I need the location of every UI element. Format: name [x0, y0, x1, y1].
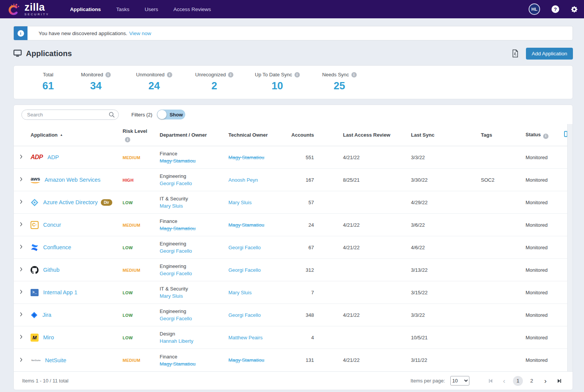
- column-header-status[interactable]: Status: [526, 132, 541, 137]
- zilla-brand[interactable]: zilla SECURITY: [7, 2, 49, 16]
- department-label: Finance: [160, 151, 223, 156]
- status-value: Monitored: [523, 354, 561, 366]
- application-name-link[interactable]: Github: [43, 267, 60, 273]
- filters-show-toggle[interactable]: Show: [157, 110, 185, 119]
- last-sync-value: 3/6/22: [409, 219, 478, 231]
- column-header-last-access-review[interactable]: Last Access Review: [343, 132, 390, 138]
- items-range-text: Items 1 - 10 / 11 total: [22, 378, 68, 384]
- pagination-next-button[interactable]: ›: [540, 376, 550, 386]
- row-expand-chevron-icon[interactable]: [18, 334, 24, 340]
- row-expand-chevron-icon[interactable]: [18, 244, 24, 250]
- risk-level-label: MEDIUM: [123, 155, 140, 160]
- technical-owner-link[interactable]: Matthew Peairs: [228, 335, 263, 340]
- column-header-application[interactable]: Application: [31, 131, 58, 139]
- row-expand-chevron-icon[interactable]: [18, 176, 24, 182]
- application-name-link[interactable]: Concur: [43, 222, 61, 228]
- department-owner-link[interactable]: Magy Stamatiou: [160, 361, 196, 367]
- application-name-link[interactable]: Amazon Web Services: [45, 177, 100, 183]
- technical-owner-link[interactable]: Magy Stamatiou: [228, 222, 264, 228]
- application-name-link[interactable]: ADP: [47, 154, 59, 160]
- tags-value: [478, 199, 523, 206]
- stat-total-label: Total: [43, 72, 53, 77]
- row-expand-chevron-icon[interactable]: [18, 357, 24, 363]
- nav-item-access-reviews[interactable]: Access Reviews: [173, 6, 211, 12]
- items-per-page-select[interactable]: 10: [450, 376, 469, 386]
- row-expand-chevron-icon[interactable]: [18, 289, 24, 295]
- gear-icon[interactable]: [571, 6, 578, 13]
- application-name-link[interactable]: Miro: [43, 334, 54, 340]
- technical-owner-link[interactable]: Georgi Facello: [228, 245, 261, 250]
- search-input[interactable]: [21, 110, 119, 120]
- table-header-row: Application▲ Risk Level Department / Own…: [14, 124, 573, 146]
- table-right-gutter: [567, 124, 573, 371]
- row-expand-chevron-icon[interactable]: [18, 221, 24, 227]
- info-icon[interactable]: [228, 72, 233, 77]
- risk-level-label: MEDIUM: [123, 268, 140, 273]
- department-owner-link[interactable]: Mary Sluis: [160, 203, 183, 209]
- pagination-page-2[interactable]: 2: [527, 376, 537, 386]
- table-row: GithubMEDIUMEngineeringGeorgi FacelloGeo…: [14, 259, 573, 281]
- application-name-link[interactable]: Jira: [42, 312, 51, 318]
- nav-item-users[interactable]: Users: [145, 6, 158, 12]
- status-value: Monitored: [523, 309, 561, 321]
- column-header-risk-level[interactable]: Risk Level: [123, 128, 147, 134]
- table-row: ConfluenceLOWEngineeringGeorgi FacelloGe…: [14, 236, 573, 259]
- info-icon[interactable]: [105, 72, 111, 77]
- info-icon[interactable]: [125, 137, 130, 142]
- application-name-link[interactable]: Internal App 1: [43, 289, 78, 295]
- column-header-tags[interactable]: Tags: [481, 132, 492, 138]
- export-pdf-icon[interactable]: [511, 49, 519, 58]
- info-icon[interactable]: [351, 72, 357, 77]
- pagination-previous-button[interactable]: ‹: [499, 376, 509, 386]
- department-label: Engineering: [160, 263, 223, 269]
- technical-owner-link[interactable]: Anoosh Peyn: [228, 177, 258, 183]
- user-avatar[interactable]: HL: [529, 3, 540, 15]
- technical-owner-link[interactable]: Mary Sluis: [228, 290, 252, 295]
- add-application-button[interactable]: Add Application: [526, 48, 573, 60]
- department-owner-link[interactable]: Hannah Liberty: [160, 338, 193, 344]
- nav-item-tasks[interactable]: Tasks: [116, 6, 129, 12]
- application-name-link[interactable]: Azure Active Directory: [43, 199, 98, 205]
- accounts-value: 24: [290, 219, 319, 231]
- column-header-department-owner[interactable]: Department / Owner: [160, 132, 207, 138]
- tags-value: [478, 289, 523, 296]
- info-icon[interactable]: [294, 72, 300, 77]
- department-owner-link[interactable]: Mary Sluis: [160, 293, 183, 299]
- view-now-link[interactable]: View now: [129, 31, 151, 36]
- search-icon[interactable]: [108, 111, 115, 119]
- nav-item-applications[interactable]: Applications: [70, 6, 101, 12]
- stat-unrecognized-label: Unrecognized: [195, 72, 226, 77]
- department-owner-link[interactable]: Georgi Facello: [160, 271, 192, 276]
- application-name-link[interactable]: NetSuite: [45, 357, 66, 363]
- department-owner-link[interactable]: Georgi Facello: [160, 248, 192, 254]
- info-icon[interactable]: [167, 72, 172, 77]
- info-icon[interactable]: [543, 134, 548, 139]
- column-header-technical-owner[interactable]: Technical Owner: [228, 132, 268, 138]
- technical-owner-link[interactable]: Georgi Facello: [228, 312, 261, 318]
- column-header-accounts[interactable]: Accounts: [291, 132, 314, 138]
- accounts-value: 4: [290, 331, 319, 344]
- row-expand-chevron-icon[interactable]: [18, 154, 24, 160]
- technical-owner-link[interactable]: Georgi Facello: [228, 267, 261, 273]
- department-owner-link[interactable]: Magy Stamatiou: [160, 158, 196, 164]
- department-owner-link[interactable]: Magy Stamatiou: [160, 226, 196, 231]
- concur-logo: C·: [31, 221, 39, 229]
- department-label: Design: [160, 331, 223, 337]
- column-header-last-sync[interactable]: Last Sync: [411, 132, 434, 138]
- technical-owner-link[interactable]: Mary Sluis: [228, 200, 252, 205]
- toggle-knob[interactable]: [157, 110, 167, 119]
- help-icon[interactable]: [552, 5, 559, 13]
- department-owner-link[interactable]: Georgi Facello: [160, 316, 192, 321]
- pagination-first-page-button[interactable]: [485, 376, 495, 386]
- technical-owner-link[interactable]: Magy Stamatiou: [228, 357, 264, 363]
- department-owner-link[interactable]: Georgi Facello: [160, 181, 192, 186]
- technical-owner-link[interactable]: Magy Stamatiou: [228, 155, 264, 160]
- row-expand-chevron-icon[interactable]: [18, 199, 24, 205]
- pagination-last-page-button[interactable]: [554, 376, 564, 386]
- sort-ascending-icon[interactable]: ▲: [60, 133, 63, 137]
- row-expand-chevron-icon[interactable]: [18, 266, 24, 272]
- pagination-page-1[interactable]: 1: [513, 376, 523, 386]
- row-expand-chevron-icon[interactable]: [18, 311, 24, 317]
- application-name-link[interactable]: Confluence: [43, 244, 71, 250]
- tags-value: [478, 311, 523, 318]
